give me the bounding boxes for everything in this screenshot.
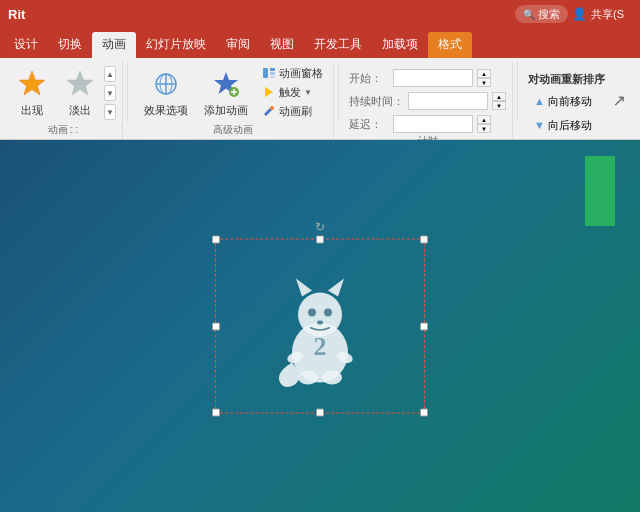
trigger-button[interactable]: 触发 ▼ (258, 83, 327, 101)
effects-button[interactable]: 效果选项 (138, 64, 194, 122)
handle-top-left[interactable] (212, 236, 220, 244)
duration-spinner-up[interactable]: ▲ (492, 92, 506, 101)
cat-figure: 2 (270, 272, 370, 392)
tab-animation[interactable]: 动画 (92, 32, 136, 58)
search-label: 搜索 (538, 7, 560, 22)
svg-point-23 (322, 370, 342, 384)
tab-addins[interactable]: 加载项 (372, 32, 428, 58)
advanced-small-buttons: 动画窗格 触发 ▼ 动画刷 (258, 64, 327, 120)
svg-rect-10 (263, 68, 268, 78)
svg-marker-18 (296, 278, 312, 296)
move-forward-button[interactable]: ▲ 向前移动 (528, 91, 598, 111)
divider-1 (127, 62, 128, 122)
appear-label: 出现 (21, 103, 43, 118)
duration-spinner-down[interactable]: ▼ (492, 101, 506, 110)
search-box[interactable]: 🔍 搜索 (515, 5, 568, 23)
handle-middle-left[interactable] (212, 322, 220, 330)
add-animation-icon (210, 68, 242, 100)
rotation-handle[interactable]: ↻ (313, 220, 327, 234)
svg-point-22 (298, 370, 318, 384)
slide-area[interactable]: ↻ (0, 140, 640, 512)
timing-start-input[interactable] (393, 69, 473, 87)
tab-design[interactable]: 设计 (4, 32, 48, 58)
timing-delay-label: 延迟： (349, 117, 389, 132)
timing-duration-label: 持续时间： (349, 94, 404, 109)
scroll-expand-button[interactable]: ▼ (104, 104, 116, 120)
appear-icon (16, 68, 48, 100)
tab-developer[interactable]: 开发工具 (304, 32, 372, 58)
divider-2 (338, 62, 339, 122)
handle-bottom-center[interactable] (316, 409, 324, 417)
handle-top-center[interactable] (316, 236, 324, 244)
fade-button[interactable]: 淡出 (58, 64, 102, 122)
cursor-pointer: ↖ (613, 91, 626, 110)
tab-format[interactable]: 格式 (428, 32, 472, 58)
effects-icon (150, 68, 182, 100)
delay-spinner-down[interactable]: ▼ (477, 124, 491, 133)
svg-rect-12 (270, 72, 275, 75)
animation-pane-button[interactable]: 动画窗格 (258, 64, 327, 82)
slide-canvas: ↻ (25, 156, 615, 496)
svg-marker-0 (19, 71, 45, 95)
ribbon-group-reorder: 对动画重新排序 ▲ 向前移动 ▼ 向后移动 (522, 62, 611, 139)
timing-duration-input[interactable] (408, 92, 488, 110)
selection-box[interactable]: ↻ (215, 239, 425, 414)
animation-painter-label: 动画刷 (279, 104, 312, 119)
svg-rect-13 (270, 76, 275, 78)
green-rectangle (585, 156, 615, 226)
svg-point-25 (324, 308, 332, 316)
handle-bottom-right[interactable] (420, 409, 428, 417)
tab-view[interactable]: 视图 (260, 32, 304, 58)
svg-point-15 (270, 106, 274, 110)
fade-icon (64, 68, 96, 100)
tab-review[interactable]: 审阅 (216, 32, 260, 58)
scroll-down-button[interactable]: ▼ (104, 85, 116, 101)
ribbon-group-advanced: 效果选项 添加动画 动画窗格 (132, 62, 334, 139)
handle-middle-right[interactable] (420, 322, 428, 330)
svg-rect-11 (270, 68, 275, 71)
move-forward-icon: ▲ (534, 95, 545, 107)
timing-start-spinner: ▲ ▼ (477, 69, 491, 87)
delay-spinner-up[interactable]: ▲ (477, 115, 491, 124)
ribbon-group-timing: 开始： ▲ ▼ 持续时间： ▲ ▼ 延迟： ▲ (343, 62, 513, 139)
expand-icon[interactable]: ⛶ (70, 126, 78, 135)
handle-bottom-left[interactable] (212, 409, 220, 417)
timing-start-label: 开始： (349, 71, 389, 86)
start-spinner-down[interactable]: ▼ (477, 78, 491, 87)
reorder-label: 对动画重新排序 (528, 72, 605, 87)
move-forward-label: 向前移动 (548, 94, 592, 109)
timing-delay-input[interactable] (393, 115, 473, 133)
title-bar: Rit 🔍 搜索 👤 共享(S (0, 0, 640, 28)
svg-marker-1 (67, 71, 93, 95)
timing-duration-spinner: ▲ ▼ (492, 92, 506, 110)
animation-painter-icon (262, 104, 276, 118)
divider-3 (517, 62, 518, 122)
add-animation-label: 添加动画 (204, 103, 248, 118)
timing-delay-row: 延迟： ▲ ▼ (349, 114, 491, 134)
search-icon: 🔍 (523, 9, 535, 20)
animation-painter-button[interactable]: 动画刷 (258, 102, 327, 120)
title-right-area: 🔍 搜索 👤 共享(S (515, 5, 632, 23)
timing-duration-row: 持续时间： ▲ ▼ (349, 91, 506, 111)
user-icon: 👤 (572, 7, 587, 21)
share-label[interactable]: 共享(S (591, 7, 624, 22)
svg-point-26 (317, 320, 323, 324)
handle-top-right[interactable] (420, 236, 428, 244)
animation-pane-icon (262, 66, 276, 80)
trigger-arrow: ▼ (304, 88, 312, 97)
animation-buttons: 出现 淡出 ▲ ▼ ▼ (10, 64, 116, 123)
tab-slideshow[interactable]: 幻灯片放映 (136, 32, 216, 58)
move-back-icon: ▼ (534, 119, 545, 131)
svg-marker-14 (265, 87, 273, 97)
trigger-label: 触发 (279, 85, 301, 100)
svg-text:2: 2 (314, 331, 327, 360)
tab-transition[interactable]: 切换 (48, 32, 92, 58)
start-spinner-up[interactable]: ▲ (477, 69, 491, 78)
add-animation-button[interactable]: 添加动画 (198, 64, 254, 122)
move-back-button[interactable]: ▼ 向后移动 (528, 115, 598, 135)
appear-button[interactable]: 出现 (10, 64, 54, 122)
scroll-up-button[interactable]: ▲ (104, 66, 116, 82)
ribbon-group-animation: 出现 淡出 ▲ ▼ ▼ 动画 ⛶ (4, 62, 123, 139)
cursor-area: ↖ (613, 62, 636, 139)
effects-label: 效果选项 (144, 103, 188, 118)
